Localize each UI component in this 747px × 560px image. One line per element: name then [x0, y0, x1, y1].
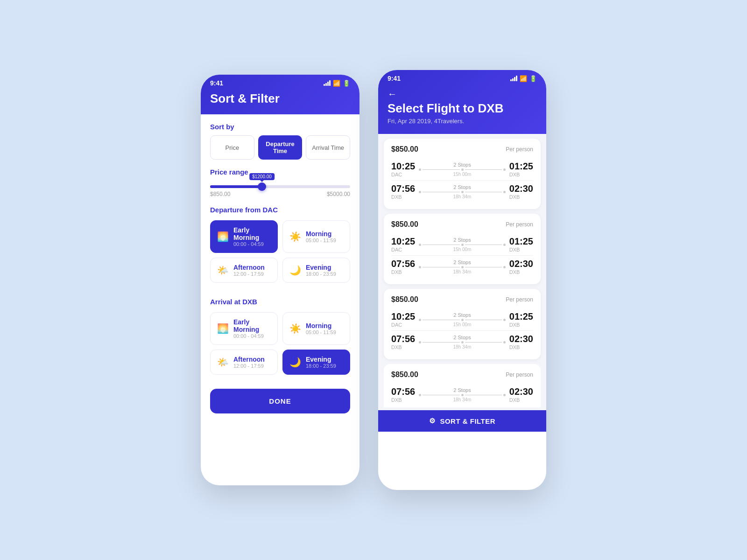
- price-max: $5000.00: [327, 191, 350, 197]
- arr-airport-3-2: DXB: [509, 344, 533, 350]
- stops-2-2: 2 Stops: [453, 259, 471, 265]
- arr-morning-text: Morning 05:00 - 11:59: [306, 322, 336, 335]
- dot-mid-1-1: [461, 168, 464, 171]
- stops-3-1: 2 Stops: [453, 312, 471, 318]
- left-content: Sort by Price Departure Time Arrival Tim…: [201, 114, 359, 375]
- dep-afternoon-text: Afternoon 12:00 - 17:59: [233, 264, 265, 277]
- arr-airport-3-1: DXB: [509, 322, 533, 328]
- flight-middle-3-2: 2 Stops 18h 34m: [415, 335, 509, 350]
- price-range-slider[interactable]: $1200.00: [210, 185, 350, 188]
- sort-filter-label: SORT & FILTER: [440, 417, 495, 425]
- line-2-1: [423, 245, 459, 245]
- dep-evening-card[interactable]: 🌙 Evening 18:00 - 23:59: [282, 258, 350, 283]
- flight-card-4-price: $850.00: [391, 371, 418, 379]
- right-time: 9:41: [388, 75, 401, 82]
- line-1-2: [423, 192, 459, 192]
- dep-airport-1-2: DXB: [391, 194, 415, 200]
- price-range-label: Price range: [210, 160, 350, 181]
- left-status-icons: 📶 🔋: [324, 80, 350, 87]
- arr-evening-time: 18:00 - 23:59: [306, 363, 336, 369]
- dep-afternoon-time: 12:00 - 17:59: [233, 271, 265, 277]
- flight-leg-3-2: 07:56 DXB 2 Stops 18h 34m: [391, 330, 533, 353]
- duration-1-1: 15h 00m: [453, 172, 472, 177]
- right-header-title: Select Flight to DXB: [378, 99, 546, 116]
- flight-middle-2-1: 2 Stops 15h 00m: [415, 237, 509, 252]
- flight-line-4-1: [419, 394, 506, 396]
- dot-s-2-2: [419, 266, 421, 268]
- dep-morning-time: 05:00 - 11:59: [306, 238, 336, 243]
- line-1-1: [423, 169, 459, 170]
- signal-icon: [324, 80, 331, 86]
- flight-line-1-2: [419, 191, 506, 193]
- slider-thumb[interactable]: [258, 182, 266, 191]
- dot-s-4-1: [419, 394, 421, 396]
- dep-afternoon-card[interactable]: 🌤️ Afternoon 12:00 - 17:59: [210, 258, 278, 283]
- flight-line-2-2: [419, 266, 506, 268]
- dep-airport-2-1: DAC: [391, 247, 415, 252]
- arr-evening-text: Evening 18:00 - 23:59: [306, 356, 336, 369]
- arr-morning-icon: ☀️: [289, 323, 301, 334]
- dot-e-2-1: [503, 244, 506, 246]
- flight-card-2[interactable]: $850.00 Per person 10:25 DAC 2 Stops: [384, 214, 541, 284]
- flight-leg-1-2: 07:56 DXB 2 Stops 18h 34m: [391, 180, 533, 203]
- dep-morning-card[interactable]: ☀️ Morning 05:00 - 11:59: [282, 220, 350, 253]
- right-header: 9:41 📶 🔋 ← Select Flight to DXB Fri, Apr…: [378, 70, 546, 134]
- arr-time-2-1: 01:25: [509, 236, 533, 247]
- dot-s-3-1: [419, 319, 421, 321]
- sort-by-arrival-button[interactable]: Arrival Time: [306, 135, 350, 160]
- dep-morning-text: Morning 05:00 - 11:59: [306, 230, 336, 243]
- flight-leg-2-2: 07:56 DXB 2 Stops 18h 34m: [391, 255, 533, 278]
- dep-early-morning-icon: 🌅: [217, 231, 229, 242]
- dot-m-3-2: [461, 341, 464, 343]
- sort-buttons-group: Price Departure Time Arrival Time: [210, 135, 350, 160]
- arr-morning-card[interactable]: ☀️ Morning 05:00 - 11:59: [282, 312, 350, 345]
- dep-evening-label: Evening: [306, 264, 336, 271]
- dep-evening-time: 18:00 - 23:59: [306, 271, 336, 277]
- dep-early-morning-card[interactable]: 🌅 Early Morning 00:00 - 04:59: [210, 220, 278, 253]
- sort-by-departure-button[interactable]: Departure Time: [258, 135, 303, 160]
- sort-by-price-button[interactable]: Price: [210, 135, 254, 160]
- flight-card-3[interactable]: $850.00 Per person 10:25 DAC 2 Stops: [384, 289, 541, 359]
- stops-1-1: 2 Stops: [453, 162, 471, 168]
- sort-filter-bar[interactable]: ⚙ SORT & FILTER: [378, 410, 546, 432]
- dep-airport-3-1: DAC: [391, 322, 415, 328]
- flight-card-1[interactable]: $850.00 Per person 10:25 DAC 2 Stops: [384, 139, 541, 209]
- dot-s-1-2: [419, 191, 421, 193]
- battery-icon: 🔋: [343, 80, 350, 87]
- dep-time-4-1: 07:56: [391, 386, 415, 397]
- done-button[interactable]: DONE: [210, 389, 350, 413]
- price-min: $850.00: [210, 191, 230, 197]
- dep-time-1-1: 10:25: [391, 161, 415, 172]
- dep-morning-label: Morning: [306, 230, 336, 238]
- left-header-title: Sort & Filter: [201, 90, 359, 106]
- arr-morning-label: Morning: [306, 322, 336, 329]
- duration-1-2: 18h 34m: [453, 194, 472, 199]
- duration-3-2: 18h 34m: [453, 344, 472, 350]
- dep-time-3-2: 07:56: [391, 334, 415, 344]
- flight-card-3-per-person: Per person: [506, 296, 533, 303]
- dep-airport-1-1: DAC: [391, 172, 415, 177]
- signal-icon-right: [510, 76, 517, 81]
- flight-card-2-per-person: Per person: [506, 221, 533, 228]
- left-header: 9:41 📶 🔋 Sort & Filter: [201, 75, 359, 114]
- wifi-icon: 📶: [333, 80, 340, 87]
- arrival-section-label: Arrival at DXB: [210, 289, 350, 310]
- stops-4-1: 2 Stops: [453, 387, 471, 393]
- dep-time-2-1: 10:25: [391, 236, 415, 247]
- line-3-1: [423, 320, 459, 320]
- dot-s-3-2: [419, 341, 421, 343]
- arr-afternoon-card[interactable]: 🌤️ Afternoon 12:00 - 17:59: [210, 350, 278, 375]
- flight-card-1-header: $850.00 Per person: [391, 145, 533, 154]
- left-time: 9:41: [210, 79, 223, 87]
- left-status-bar: 9:41 📶 🔋: [201, 75, 359, 90]
- back-button[interactable]: ←: [378, 85, 546, 99]
- line2-1-1: [465, 169, 502, 170]
- arr-early-morning-card[interactable]: 🌅 Early Morning 00:00 - 04:59: [210, 312, 278, 345]
- right-header-subtitle: Fri, Apr 28 2019, 4Travelers.: [378, 116, 546, 125]
- duration-2-1: 15h 00m: [453, 247, 472, 252]
- flight-line-2-1: [419, 244, 506, 246]
- flight-card-1-per-person: Per person: [506, 146, 533, 153]
- arr-evening-card[interactable]: 🌙 Evening 18:00 - 23:59: [282, 350, 350, 375]
- line2-4-1: [465, 395, 502, 395]
- dot-m-1-2: [461, 191, 464, 193]
